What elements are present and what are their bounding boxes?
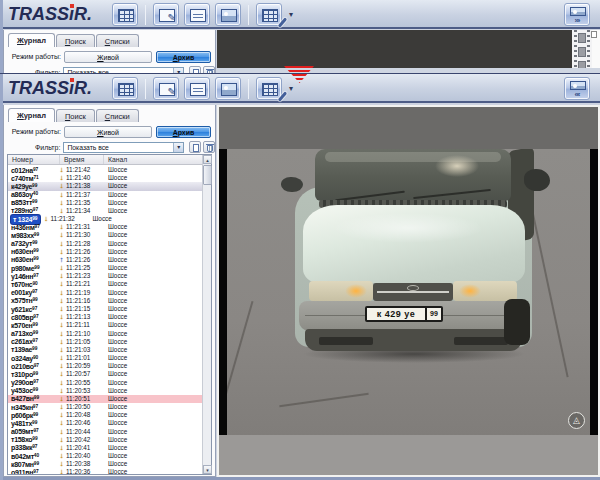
column-header-number[interactable]: Номер [8, 155, 60, 164]
mode-label: Режим работы: [4, 53, 64, 60]
detection-time: 11:21:26 [66, 256, 104, 264]
detection-time: 11:20:57 [66, 370, 104, 378]
video-panel[interactable]: к 429 уе 99 ◬ [217, 105, 600, 477]
detection-time: 11:20:42 [66, 436, 104, 444]
live-mode-button[interactable]: Живой [64, 126, 152, 138]
channel-name: Шоссе [104, 264, 127, 272]
plate-row[interactable]: о911вн97↓11:20:36Шоссе [8, 468, 202, 474]
settings-dropdown-arrow[interactable]: ▾ [289, 84, 293, 93]
settings-button[interactable] [256, 77, 282, 100]
detection-time: 11:21:15 [66, 305, 104, 313]
trash-icon [207, 145, 213, 152]
window-journal-top: TRASSıR. ✎ ▾ ››› Журнал Поиск Списки Реж… [0, 0, 600, 73]
vehicle: к 429 уе 99 [295, 149, 532, 361]
window-edge [0, 74, 3, 480]
window-edge [0, 0, 3, 73]
detection-time: 11:20:50 [66, 403, 104, 411]
channel-name: Шоссе [104, 182, 127, 190]
journal-panel: Журнал Поиск Списки Режим работы: Живой … [3, 30, 216, 73]
journal-edit-button[interactable]: ✎ [153, 3, 179, 26]
tab-journal[interactable]: Журнал [8, 33, 55, 47]
plate-rows-container: с012на97↓11:21:42Шоссес740тм71↓11:21:40Ш… [8, 166, 202, 474]
image-view-button[interactable] [215, 77, 241, 100]
channel-name: Шоссе [104, 272, 127, 280]
tab-journal[interactable]: Журнал [8, 108, 55, 122]
logo-red-dot [70, 78, 74, 82]
tab-search[interactable]: Поиск [56, 34, 95, 47]
scrollbar-thumb[interactable] [203, 165, 212, 185]
settings-button[interactable] [256, 3, 282, 26]
combo-arrow-icon[interactable]: ▾ [173, 143, 183, 152]
channel-name: Шоссе [104, 460, 127, 468]
edit-filter-button[interactable] [189, 141, 201, 153]
channel-name: Шоссе [104, 207, 127, 215]
detection-time: 11:21:11 [66, 321, 104, 329]
column-header-time[interactable]: Время [60, 155, 104, 164]
channel-name: Шоссе [104, 354, 127, 362]
log-list-button[interactable] [184, 3, 210, 26]
delete-filter-button[interactable] [203, 141, 215, 153]
channel-name: Шоссе [104, 387, 127, 395]
filter-combobox[interactable]: Показать все▾ [63, 142, 184, 153]
channel-name: Шоссе [104, 256, 127, 264]
filter-label: Фильтр: [4, 144, 63, 151]
log-list-button[interactable] [184, 77, 210, 100]
layout-grid-button[interactable] [112, 3, 138, 26]
settings-dropdown-arrow[interactable]: ▾ [289, 10, 293, 19]
detection-time: 11:21:05 [66, 338, 104, 346]
logo-red-dot [70, 4, 74, 8]
filmstrip-frame[interactable] [578, 47, 586, 57]
archive-mode-button[interactable]: Архив [156, 126, 211, 138]
channel-name: Шоссе [104, 468, 127, 474]
edit-filter-button[interactable] [189, 66, 201, 73]
archive-mode-button[interactable]: Архив [156, 51, 211, 63]
log-list-icon [190, 83, 206, 96]
layout-grid-button[interactable] [112, 77, 138, 100]
channel-name: Шоссе [104, 419, 127, 427]
scroll-down-button[interactable]: ▾ [203, 465, 212, 474]
filmstrip[interactable] [572, 30, 592, 68]
detection-time: 11:21:01 [66, 354, 104, 362]
frames-nav-button[interactable]: ‹‹‹ [564, 77, 590, 100]
filmstrip-frame[interactable] [578, 33, 586, 43]
journal-scrollbar[interactable]: ▴ ▾ [202, 155, 211, 474]
detection-time: 11:21:35 [66, 199, 104, 207]
video-frame[interactable]: к 429 уе 99 ◬ [219, 149, 598, 435]
trassir-logo: TRASSıR. [8, 77, 92, 99]
channel-name: Шоссе [104, 321, 127, 329]
detection-time: 11:20:51 [66, 395, 104, 403]
plate-row[interactable]: т289но97↓11:21:34Шоссе [8, 207, 202, 215]
live-mode-button[interactable]: Живой [64, 51, 152, 63]
channel-name: Шоссе [104, 248, 127, 256]
scroll-up-button[interactable]: ▴ [203, 155, 212, 164]
image-view-button[interactable] [215, 3, 241, 26]
detection-time: 11:21:19 [66, 289, 104, 297]
channel-name: Шоссе [104, 297, 127, 305]
page-icon [193, 144, 199, 152]
monitor-grid-icon [118, 83, 134, 96]
tab-lists[interactable]: Списки [96, 34, 139, 47]
tab-search[interactable]: Поиск [56, 109, 95, 122]
video-bottom-band [219, 435, 598, 475]
channel-name: Шоссе [104, 191, 127, 199]
channel-name: Шоссе [104, 289, 127, 297]
detection-time: 11:21:34 [66, 207, 104, 215]
detection-time: 11:20:48 [66, 411, 104, 419]
video-top-band [219, 107, 598, 149]
frames-nav-button[interactable]: ››› [564, 3, 590, 26]
wrench-icon [278, 17, 287, 27]
column-header-channel[interactable]: Канал [104, 155, 202, 164]
detection-time: 11:20:46 [66, 419, 104, 427]
channel-name: Шоссе [104, 166, 127, 174]
detection-time: 11:20:55 [66, 379, 104, 387]
video-area-top[interactable] [217, 30, 572, 68]
journal-edit-button[interactable]: ✎ [153, 77, 179, 100]
edit-document-icon: ✎ [159, 9, 175, 22]
plates-journal-table: Номер Время Канал с012на97↓11:21:42Шоссе… [7, 154, 212, 475]
detection-time: 11:21:31 [66, 223, 104, 231]
left-headlight [309, 281, 373, 301]
detection-time: 11:20:44 [66, 428, 104, 436]
tab-lists[interactable]: Списки [96, 109, 139, 122]
wrench-icon [278, 91, 287, 101]
delete-filter-button[interactable] [203, 66, 215, 73]
